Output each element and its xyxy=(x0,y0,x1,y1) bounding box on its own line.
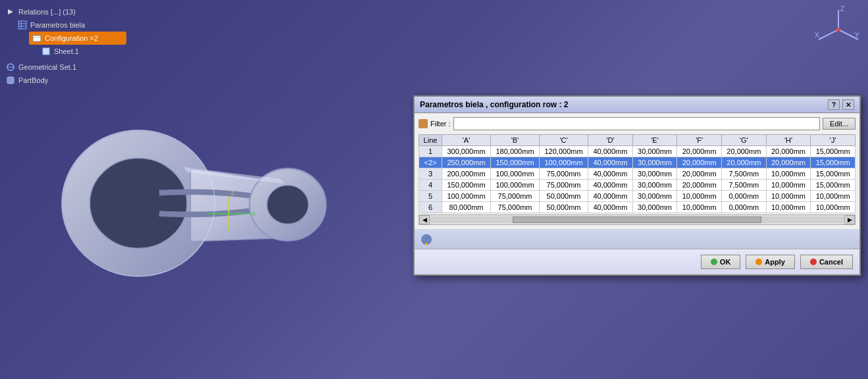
col-header-h: 'H' xyxy=(766,135,811,146)
table-row[interactable]: 3200,000mm100,000mm75,000mm40,000mm30,00… xyxy=(419,168,855,180)
dialog-controls: ? ✕ xyxy=(828,99,854,110)
svg-line-24 xyxy=(819,30,838,39)
table-cell-r0-c0: 300,000mm xyxy=(442,146,491,157)
tree-item-partbody[interactable]: PartBody xyxy=(5,74,126,87)
table-cell-r1-c4: 30,000mm xyxy=(632,157,677,168)
svg-marker-0 xyxy=(8,9,13,14)
table-cell-r2-c0: 200,000mm xyxy=(442,168,491,180)
tree-label-partbody: PartBody xyxy=(18,76,48,84)
table-cell-r0-c2: 120,000mm xyxy=(540,146,588,157)
cancel-dot xyxy=(810,259,817,265)
filter-icon xyxy=(419,119,428,128)
table-cell-r1-c3: 40,000mm xyxy=(588,157,633,168)
table-cell-r1-c1: 150,000mm xyxy=(491,157,540,168)
table-cell-r0-c7: 20,000mm xyxy=(766,146,811,157)
filter-row: Filter : Edit... xyxy=(419,117,855,130)
scroll-track[interactable] xyxy=(430,216,844,223)
table-cell-r3-c6: 7,500mm xyxy=(722,180,767,191)
edit-button[interactable]: Edit... xyxy=(823,118,855,130)
apply-dot xyxy=(755,259,762,265)
table-cell-r2-c7: 10,000mm xyxy=(766,168,811,180)
table-cell-line: <2> xyxy=(419,157,442,168)
col-header-line: Line xyxy=(419,135,442,146)
table-cell-r0-c4: 30,000mm xyxy=(632,146,677,157)
table-cell-r2-c4: 30,000mm xyxy=(632,168,677,180)
table-row[interactable]: <2>250,000mm150,000mm100,000mm40,000mm30… xyxy=(419,157,855,168)
table-cell-r1-c6: 20,000mm xyxy=(722,157,767,168)
table-row[interactable]: 4150,000mm100,000mm75,000mm40,000mm30,00… xyxy=(419,180,855,191)
config-icon xyxy=(32,33,42,43)
tree-item-relations[interactable]: Relations [...] (13) xyxy=(5,5,126,18)
col-header-a: 'A' xyxy=(442,135,491,146)
tree-label-geoset: Geometrical Set.1 xyxy=(18,63,76,71)
ok-label: OK xyxy=(720,258,731,266)
tree-item-geoset[interactable]: Geometrical Set.1 xyxy=(5,61,126,74)
table-cell-r0-c5: 20,000mm xyxy=(677,146,722,157)
table-cell-r3-c3: 40,000mm xyxy=(588,180,633,191)
horizontal-scrollbar[interactable]: ◀ ▶ xyxy=(419,215,855,225)
dialog-close-button[interactable]: ✕ xyxy=(842,99,854,110)
table-cell-r5-c7: 10,000mm xyxy=(766,202,811,213)
table-cell-r0-c8: 15,000mm xyxy=(811,146,855,157)
table-row[interactable]: 680,000mm75,000mm50,000mm40,000mm30,000m… xyxy=(419,202,855,213)
table-cell-r3-c2: 75,000mm xyxy=(540,180,588,191)
table-cell-r5-c0: 80,000mm xyxy=(442,202,491,213)
table-cell-r4-c1: 75,000mm xyxy=(491,191,540,202)
table-cell-r1-c7: 20,000mm xyxy=(766,157,811,168)
dialog-titlebar: Parametros biela , configuration row : 2… xyxy=(415,97,859,113)
dialog-help-button[interactable]: ? xyxy=(828,99,840,110)
svg-rect-1 xyxy=(18,21,26,29)
cancel-button[interactable]: Cancel xyxy=(800,255,853,269)
svg-point-26 xyxy=(836,28,840,32)
table-row[interactable]: 1300,000mm180,000mm120,000mm40,000mm30,0… xyxy=(419,146,855,157)
table-cell-r5-c8: 10,000mm xyxy=(811,202,855,213)
table-cell-r2-c3: 40,000mm xyxy=(588,168,633,180)
svg-rect-5 xyxy=(33,36,41,41)
ok-button[interactable]: OK xyxy=(701,255,741,269)
ok-dot xyxy=(711,259,717,265)
table-cell-r5-c2: 50,000mm xyxy=(540,202,588,213)
table-cell-line: 1 xyxy=(419,146,442,157)
geo-icon xyxy=(5,62,16,72)
table-row[interactable]: 5100,000mm75,000mm50,000mm40,000mm30,000… xyxy=(419,191,855,202)
svg-point-12 xyxy=(89,158,187,248)
table-cell-r2-c1: 100,000mm xyxy=(491,168,540,180)
table-cell-r5-c3: 40,000mm xyxy=(588,202,633,213)
dialog-footer: OK Apply Cancel xyxy=(415,249,859,274)
scroll-right-button[interactable]: ▶ xyxy=(844,215,855,224)
tree-item-sheet[interactable]: Sheet.1 xyxy=(41,45,126,58)
table-cell-line: 3 xyxy=(419,168,442,180)
table-cell-r4-c7: 10,000mm xyxy=(766,191,811,202)
svg-rect-7 xyxy=(43,48,49,55)
table-cell-r3-c8: 15,000mm xyxy=(811,180,855,191)
data-table: Line 'A' 'B' 'C' 'D' 'E' 'F' 'G' 'H' 'J'… xyxy=(419,134,855,213)
table-cell-line: 6 xyxy=(419,202,442,213)
apply-button[interactable]: Apply xyxy=(746,255,795,269)
table-cell-line: 5 xyxy=(419,191,442,202)
svg-text:Y: Y xyxy=(855,32,859,39)
connecting-rod-svg: Z X xyxy=(39,92,355,342)
expand-icon xyxy=(5,7,16,17)
table-cell-r4-c5: 10,000mm xyxy=(677,191,722,202)
table-cell-r4-c0: 100,000mm xyxy=(442,191,491,202)
sheet-icon xyxy=(41,46,51,57)
table-cell-r1-c8: 15,000mm xyxy=(811,157,855,168)
table-cell-r5-c1: 75,000mm xyxy=(491,202,540,213)
svg-point-14 xyxy=(267,185,309,224)
table-cell-r5-c5: 10,000mm xyxy=(677,202,722,213)
svg-text:X: X xyxy=(251,210,256,217)
table-cell-r0-c6: 20,000mm xyxy=(722,146,767,157)
scroll-thumb[interactable] xyxy=(513,216,761,223)
tree-item-configuration[interactable]: Configuration =2 xyxy=(29,32,126,45)
table-cell-r5-c6: 0,000mm xyxy=(722,202,767,213)
col-header-d: 'D' xyxy=(588,135,633,146)
svg-point-30 xyxy=(425,243,428,245)
table-cell-r5-c4: 30,000mm xyxy=(632,202,677,213)
tree-label-relations: Relations [...] (13) xyxy=(18,8,76,16)
filter-input[interactable] xyxy=(453,117,820,130)
col-header-b: 'B' xyxy=(491,135,540,146)
tree-item-parametros[interactable]: Parametros biela xyxy=(17,18,126,32)
table-cell-r2-c5: 20,000mm xyxy=(677,168,722,180)
scroll-left-button[interactable]: ◀ xyxy=(419,215,430,224)
compass: Z Y X xyxy=(812,3,865,56)
